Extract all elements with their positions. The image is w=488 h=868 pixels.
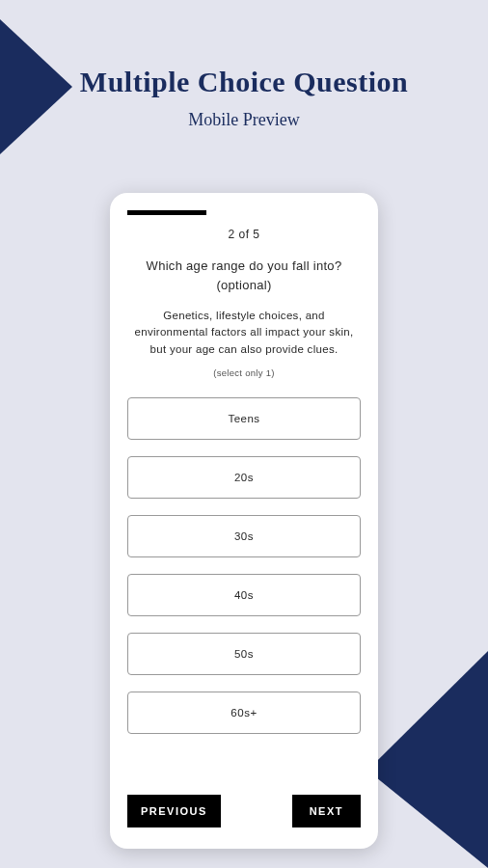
question-description: Genetics, lifestyle choices, and environ… [127,308,361,358]
option-50s[interactable]: 50s [127,633,361,675]
question-text: Which age range do you fall into? (optio… [127,257,361,294]
decorative-triangle-bottom [367,651,488,868]
page-title: Multiple Choice Question [0,66,488,98]
mobile-preview-frame: 2 of 5 Which age range do you fall into?… [110,193,378,849]
option-60s-plus[interactable]: 60s+ [127,692,361,734]
option-20s[interactable]: 20s [127,456,361,499]
progress-bar [127,210,361,214]
option-30s[interactable]: 30s [127,515,361,557]
option-teens[interactable]: Teens [127,397,361,440]
nav-row: PREVIOUS NEXT [127,795,361,827]
select-hint: (select only 1) [127,367,361,378]
option-40s[interactable]: 40s [127,574,361,616]
step-counter: 2 of 5 [127,228,361,241]
next-button[interactable]: NEXT [292,795,361,827]
options-list: Teens 20s 30s 40s 50s 60s+ [127,397,361,772]
page-header: Multiple Choice Question Mobile Preview [0,0,488,130]
previous-button[interactable]: PREVIOUS [127,795,221,827]
progress-fill [127,210,206,215]
page-subtitle: Mobile Preview [0,110,488,130]
